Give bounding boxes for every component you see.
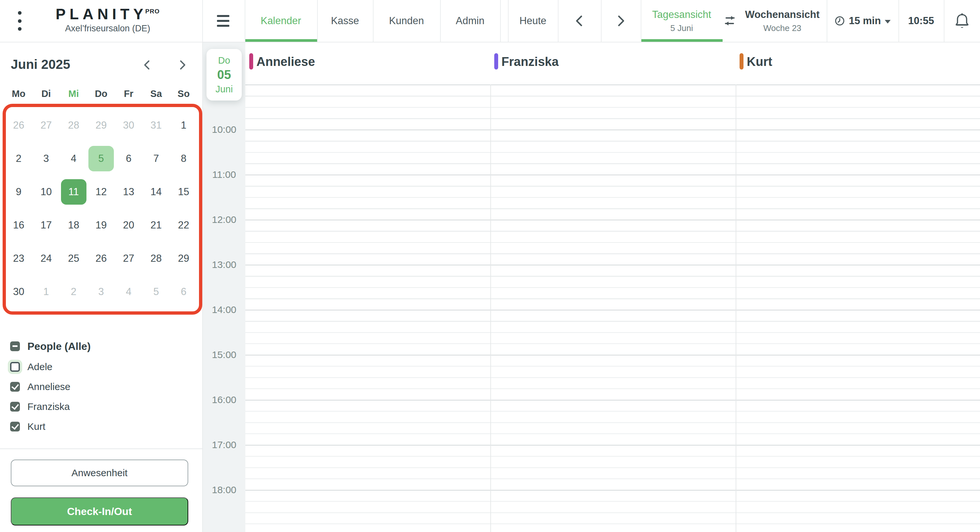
mini-cal-day-number: 21: [143, 212, 169, 238]
prev-day-button[interactable]: [558, 0, 601, 42]
topbar-divider: [500, 0, 501, 42]
mini-cal-day[interactable]: 8: [170, 142, 197, 175]
mini-cal-day[interactable]: 16: [5, 209, 32, 242]
mini-cal-day[interactable]: 28: [142, 242, 170, 275]
mini-cal-day[interactable]: 5: [142, 275, 170, 308]
bell-icon: [955, 13, 970, 29]
mini-cal-day-number: 15: [171, 179, 196, 205]
person-checkbox-adele[interactable]: [10, 362, 20, 372]
mini-cal-day-number: 7: [143, 146, 169, 171]
mini-cal-day[interactable]: 2: [60, 275, 88, 308]
check-in-out-button[interactable]: Check-In/Out: [11, 497, 188, 526]
mini-cal-day-number: 4: [61, 146, 86, 171]
topbar-divider: [373, 0, 374, 42]
mini-cal-day[interactable]: 4: [115, 275, 142, 308]
mini-cal-day[interactable]: 21: [142, 209, 170, 242]
tab-kunden[interactable]: Kunden: [373, 0, 440, 42]
tab-admin[interactable]: Admin: [440, 0, 500, 42]
mini-cal-day-number: 12: [88, 179, 114, 205]
person-checkbox-anneliese[interactable]: [10, 382, 20, 392]
mini-cal-day[interactable]: 17: [32, 209, 60, 242]
selected-date-card[interactable]: Do 05 Juni: [207, 49, 242, 100]
mini-cal-day[interactable]: 23: [5, 242, 32, 275]
mini-cal-day[interactable]: 27: [115, 242, 142, 275]
time-label-1600: 16:00: [203, 393, 245, 406]
mini-cal-day[interactable]: 11: [60, 175, 88, 209]
mini-cal-day[interactable]: 1: [170, 109, 197, 142]
interval-selector[interactable]: 15 min: [827, 0, 899, 42]
mini-cal-day-number: 23: [6, 246, 31, 271]
mini-cal-day[interactable]: 22: [170, 209, 197, 242]
mini-cal-day[interactable]: 10: [32, 175, 60, 209]
mini-cal-day[interactable]: 6: [170, 275, 197, 308]
next-day-button[interactable]: [601, 0, 641, 42]
mini-cal-day[interactable]: 29: [88, 109, 115, 142]
mini-cal-day[interactable]: 5: [88, 142, 115, 175]
tab-day-view[interactable]: Tagesansicht 5 Juni: [641, 0, 722, 42]
mini-cal-day[interactable]: 1: [32, 275, 60, 308]
mini-cal-day-number: 19: [88, 212, 114, 238]
mini-cal-day[interactable]: 31: [142, 109, 170, 142]
mini-cal-day[interactable]: 24: [32, 242, 60, 275]
kebab-menu-icon[interactable]: [13, 11, 26, 31]
notifications-button[interactable]: [944, 0, 980, 42]
weekday-label-so: So: [170, 86, 197, 102]
mini-cal-day[interactable]: 3: [88, 275, 115, 308]
time-label-1100: 11:00: [203, 168, 245, 181]
time-label-1200: 12:00: [203, 213, 245, 226]
attendance-button[interactable]: Anwesenheit: [11, 460, 188, 486]
mini-cal-day[interactable]: 30: [115, 109, 142, 142]
today-button[interactable]: Heute: [508, 0, 558, 42]
tab-kalender[interactable]: Kalender: [245, 0, 317, 42]
mini-cal-day[interactable]: 30: [5, 275, 32, 308]
mini-cal-day-number: 30: [6, 279, 31, 304]
mini-cal-day[interactable]: 28: [60, 109, 88, 142]
people-header-label: People (Alle): [27, 341, 91, 352]
tab-week-view[interactable]: Wochenansicht Woche 23: [738, 0, 827, 42]
mini-cal-day[interactable]: 25: [60, 242, 88, 275]
mini-cal-day[interactable]: 20: [115, 209, 142, 242]
mini-calendar-prev-button[interactable]: [140, 58, 154, 72]
mini-calendar-month-title: Juni 2025: [11, 55, 70, 73]
mini-cal-day[interactable]: 18: [60, 209, 88, 242]
mini-cal-day[interactable]: 9: [5, 175, 32, 209]
mini-cal-day[interactable]: 26: [5, 109, 32, 142]
mini-cal-day[interactable]: 26: [88, 242, 115, 275]
mini-cal-day[interactable]: 12: [88, 175, 115, 209]
mini-cal-day[interactable]: 19: [88, 209, 115, 242]
mini-calendar-weekday-row: MoDiMiDoFrSaSo: [5, 86, 197, 102]
topbar-divider: [641, 0, 641, 42]
mini-cal-day[interactable]: 7: [142, 142, 170, 175]
mini-cal-day-number: 24: [33, 246, 59, 271]
tab-kasse[interactable]: Kasse: [317, 0, 373, 42]
person-checkbox-kurt[interactable]: [10, 422, 20, 432]
caret-down-icon: [885, 20, 891, 24]
mini-calendar-next-button[interactable]: [175, 58, 190, 72]
mini-cal-day-number: 2: [6, 146, 31, 171]
person-label: Kurt: [27, 421, 45, 432]
person-checkbox-franziska[interactable]: [10, 402, 20, 412]
active-tab-underline: [245, 39, 317, 42]
mini-cal-day[interactable]: 4: [60, 142, 88, 175]
mini-cal-day[interactable]: 3: [32, 142, 60, 175]
mini-cal-day-number: 3: [33, 146, 59, 171]
mini-cal-day-number: 28: [61, 113, 86, 138]
mini-cal-day[interactable]: 6: [115, 142, 142, 175]
mini-cal-day[interactable]: 27: [32, 109, 60, 142]
swap-views-icon[interactable]: [722, 14, 738, 28]
mini-cal-day-number: 9: [6, 179, 31, 205]
hamburger-menu-icon[interactable]: [211, 13, 235, 29]
mini-cal-day[interactable]: 29: [170, 242, 197, 275]
mini-cal-day[interactable]: 2: [5, 142, 32, 175]
staff-name-anneliese[interactable]: Anneliese: [256, 55, 315, 69]
mini-cal-day[interactable]: 14: [142, 175, 170, 209]
staff-name-franziska[interactable]: Franziska: [501, 55, 558, 69]
staff-name-kurt[interactable]: Kurt: [747, 55, 772, 69]
people-item-franziska: Franziska: [10, 400, 70, 414]
people-select-all-checkbox[interactable]: [10, 341, 20, 351]
mini-cal-day-number: 26: [6, 113, 31, 138]
mini-cal-day[interactable]: 13: [115, 175, 142, 209]
calendar-grid[interactable]: [245, 84, 980, 532]
mini-cal-day-number: 29: [88, 113, 114, 138]
mini-cal-day[interactable]: 15: [170, 175, 197, 209]
